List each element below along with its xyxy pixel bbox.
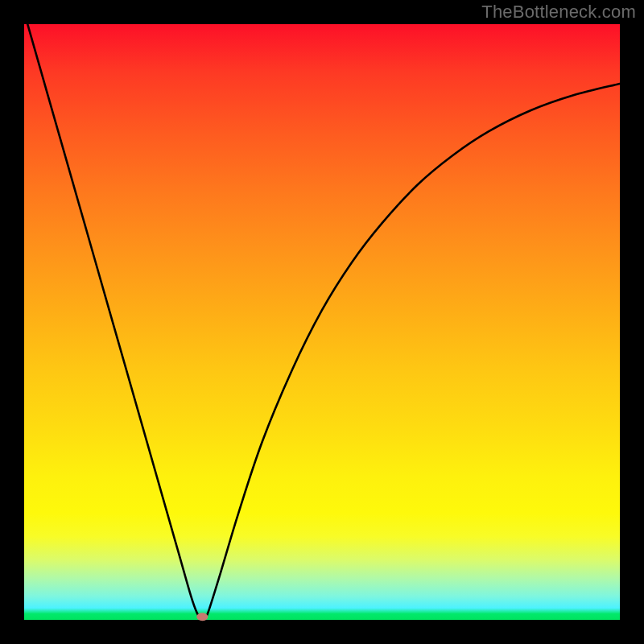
svg-point-0	[196, 613, 208, 621]
plot-area	[24, 24, 620, 620]
watermark-text: TheBottleneck.com	[481, 2, 636, 23]
chart-frame: TheBottleneck.com	[0, 0, 644, 644]
bottleneck-curve	[24, 24, 620, 620]
